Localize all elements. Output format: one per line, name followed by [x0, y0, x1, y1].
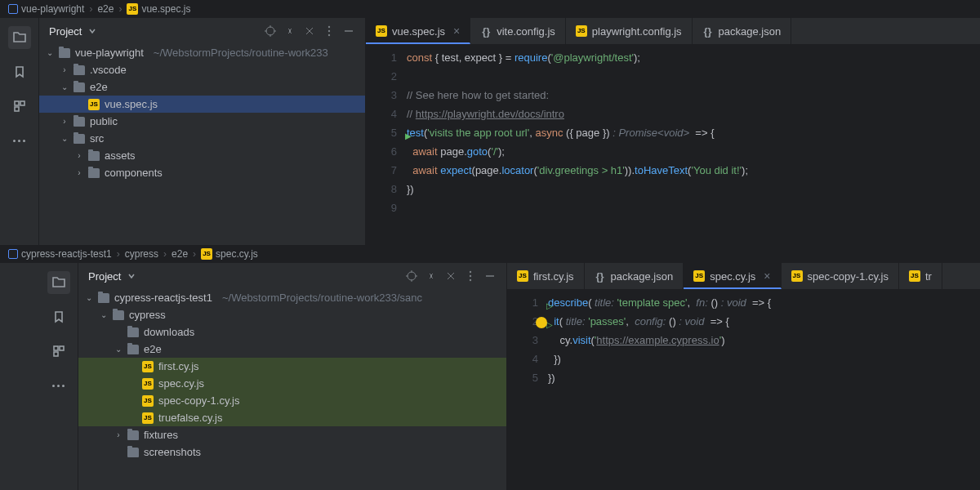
svg-point-4 — [328, 26, 330, 28]
editor-tab[interactable]: JSvue.spec.js× — [366, 18, 470, 44]
tree-row[interactable]: ›fixtures — [78, 426, 506, 443]
tree-row[interactable]: screenshots — [78, 443, 506, 461]
tree-row[interactable]: JSvue.spec.js — [39, 96, 365, 113]
tree-label: fixtures — [144, 429, 178, 441]
folder-icon — [127, 430, 139, 440]
expand-icon[interactable] — [283, 24, 296, 38]
tree-label: cypress-reactjs-test1 — [114, 292, 212, 304]
chevron-down-icon[interactable] — [88, 27, 96, 35]
editor-tabs: JSvue.spec.js×{}vite.config.jsJSplaywrig… — [366, 18, 980, 45]
tree-row[interactable]: ›.vscode — [39, 61, 365, 78]
breadcrumb-item[interactable]: JSspec.cy.js — [201, 248, 258, 260]
collapse-icon[interactable] — [444, 270, 457, 283]
js-file-icon: JS — [576, 25, 587, 37]
svg-point-6 — [328, 34, 330, 36]
minimize-icon[interactable] — [483, 270, 497, 283]
tree-label: spec.cy.js — [158, 377, 204, 390]
bookmarks-tool-button[interactable] — [8, 60, 31, 83]
breadcrumb-item[interactable]: JSvue.spec.js — [127, 3, 190, 15]
svg-rect-8 — [60, 346, 64, 350]
svg-rect-0 — [15, 101, 19, 105]
folder-icon — [74, 82, 85, 92]
breadcrumb-item[interactable]: cypress-reactjs-test1 — [8, 248, 112, 260]
tree-row[interactable]: ›components — [39, 164, 365, 181]
expand-icon[interactable] — [425, 270, 438, 283]
json-file-icon: {} — [702, 25, 714, 37]
editor-tab[interactable]: JSspec-copy-1.cy.js — [782, 263, 899, 289]
panel-title[interactable]: Project — [49, 25, 82, 38]
options-icon[interactable] — [323, 24, 336, 38]
folder-icon — [74, 65, 85, 75]
tool-sidebar — [0, 263, 78, 490]
svg-point-12 — [470, 275, 471, 277]
tree-row[interactable]: JSspec.cy.js — [78, 375, 506, 392]
tree-label: e2e — [90, 81, 108, 93]
project-tree[interactable]: ⌄cypress-reactjs-test1~/WebstormProjects… — [78, 289, 506, 490]
tree-row[interactable]: JSfirst.cy.js — [78, 358, 506, 375]
editor-tab[interactable]: JSplaywright.config.js — [566, 18, 693, 44]
tree-row[interactable]: ⌄vue-playwright~/WebstormProjects/routin… — [39, 44, 365, 61]
svg-rect-1 — [20, 101, 24, 105]
tool-sidebar — [0, 18, 39, 245]
editor-tab[interactable]: {}package.json — [585, 263, 684, 289]
minimize-icon[interactable] — [342, 24, 355, 38]
tree-row[interactable]: downloads — [78, 323, 506, 341]
top-pane: vue-playwright›e2e›JSvue.spec.js Project… — [0, 0, 980, 245]
editor-tabs: JSfirst.cy.js{}package.jsonJSspec.cy.js×… — [507, 263, 980, 290]
svg-rect-7 — [54, 346, 58, 350]
tree-row[interactable]: JStruefalse.cy.js — [78, 409, 506, 426]
editor-tab[interactable]: JStr — [899, 263, 942, 289]
tree-row[interactable]: ›public — [39, 113, 365, 130]
breadcrumb-item[interactable]: e2e — [172, 248, 188, 260]
structure-tool-button[interactable] — [47, 340, 70, 363]
svg-rect-2 — [15, 107, 19, 111]
tree-label: vue-playwright — [75, 47, 144, 59]
editor-tab[interactable]: JSspec.cy.js× — [684, 263, 781, 289]
tree-row[interactable]: ⌄cypress-reactjs-test1~/WebstormProjects… — [78, 289, 506, 306]
folder-icon — [127, 448, 139, 457]
locate-icon[interactable] — [264, 24, 277, 38]
project-panel: Project ⌄vue-playwright~/WebstormProject… — [39, 18, 366, 245]
tree-label: screenshots — [144, 446, 201, 458]
code-content[interactable]: const { test, expect } = require('@playw… — [407, 45, 980, 245]
code-content[interactable]: describe( title: 'template spec', fn: ()… — [548, 290, 980, 490]
breadcrumb-item[interactable]: vue-playwright — [8, 3, 84, 15]
project-tool-button[interactable] — [8, 26, 31, 49]
project-tool-button[interactable] — [47, 271, 70, 294]
editor-tab[interactable]: {}package.json — [693, 18, 792, 44]
chevron-down-icon[interactable] — [127, 272, 136, 280]
svg-point-11 — [470, 271, 471, 273]
folder-icon — [74, 117, 85, 127]
tree-row[interactable]: ⌄e2e — [39, 78, 365, 96]
run-gutter-icon[interactable]: ▶ — [405, 127, 412, 145]
js-file-icon: JS — [142, 361, 154, 372]
structure-tool-button[interactable] — [8, 95, 31, 118]
editor-tab[interactable]: {}vite.config.js — [470, 18, 566, 44]
folder-icon — [88, 151, 100, 161]
options-icon[interactable] — [464, 270, 477, 283]
close-icon[interactable]: × — [453, 24, 460, 38]
more-tool-button[interactable] — [8, 129, 31, 152]
breadcrumb-item[interactable]: e2e — [97, 3, 114, 15]
tree-row[interactable]: JSspec-copy-1.cy.js — [78, 392, 506, 409]
close-icon[interactable]: × — [764, 270, 770, 283]
collapse-icon[interactable] — [303, 24, 316, 38]
more-tool-button[interactable] — [47, 374, 70, 397]
breadcrumb-item[interactable]: cypress — [125, 248, 158, 260]
folder-icon — [74, 134, 85, 144]
editor-tab[interactable]: JSfirst.cy.js — [507, 263, 585, 289]
editor: JSfirst.cy.js{}package.jsonJSspec.cy.js×… — [507, 263, 980, 490]
tree-row[interactable]: ›assets — [39, 147, 365, 164]
bookmarks-tool-button[interactable] — [47, 305, 70, 328]
run-gutter-icon[interactable]: ▷ — [546, 315, 553, 334]
tree-row[interactable]: ⌄cypress — [78, 306, 506, 323]
run-gutter-icon[interactable]: ▷ — [546, 296, 553, 315]
tree-label: assets — [105, 149, 136, 162]
tree-label: first.cy.js — [158, 360, 199, 372]
tree-row[interactable]: ⌄src — [39, 130, 365, 147]
locate-icon[interactable] — [405, 270, 418, 283]
svg-rect-9 — [54, 352, 58, 356]
tree-row[interactable]: ⌄e2e — [78, 341, 506, 358]
panel-title[interactable]: Project — [88, 270, 121, 283]
project-tree[interactable]: ⌄vue-playwright~/WebstormProjects/routin… — [39, 44, 365, 245]
